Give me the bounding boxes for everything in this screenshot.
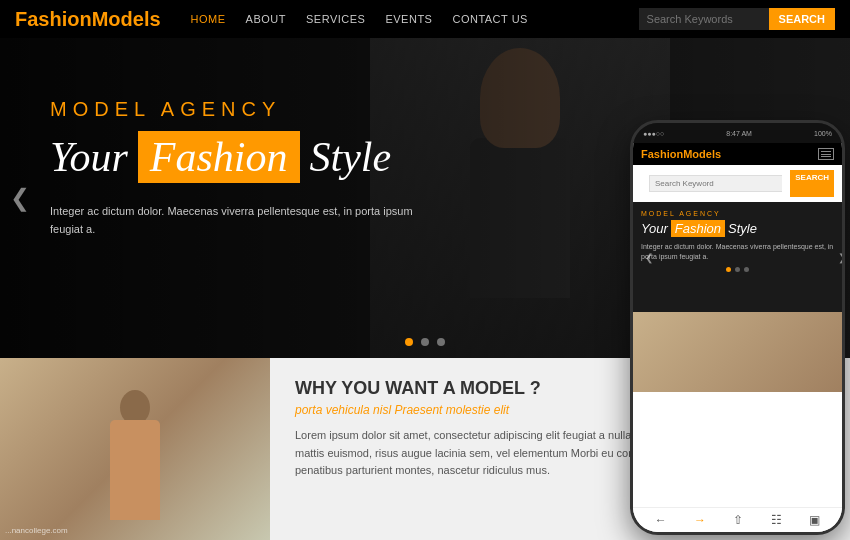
phone-dot-1[interactable]	[726, 267, 731, 272]
phone-logo: FashionModels	[641, 148, 721, 160]
phone-hero-title: Your Fashion Style	[641, 220, 834, 237]
phone-next-arrow[interactable]: ❯	[838, 252, 842, 263]
hero-dot-2[interactable]	[421, 338, 429, 346]
nav-home[interactable]: HOME	[191, 13, 226, 25]
nav-contact[interactable]: CONTACT US	[452, 13, 528, 25]
phone-menu-icon[interactable]	[818, 148, 834, 160]
site-header: FashionModels HOME ABOUT SERVICES EVENTS…	[0, 0, 850, 38]
nav-events[interactable]: EVENTS	[385, 13, 432, 25]
phone-hero-highlight: Fashion	[671, 220, 725, 237]
main-nav: HOME ABOUT SERVICES EVENTS CONTACT US	[191, 13, 639, 25]
hero-dot-1[interactable]	[405, 338, 413, 346]
phone-bottom-bar: ← → ⇧ ☷ ▣	[633, 507, 842, 532]
phone-logo-white: Fashion	[641, 148, 683, 160]
logo-orange: Models	[92, 8, 161, 30]
hero-dot-3[interactable]	[437, 338, 445, 346]
hero-title-highlight: Fashion	[138, 131, 300, 183]
phone-search-bar: SEARCH	[641, 170, 834, 197]
logo-white: Fashion	[15, 8, 92, 30]
phone-search-input[interactable]	[649, 175, 782, 192]
phone-search-button[interactable]: SEARCH	[790, 170, 834, 197]
nav-about[interactable]: ABOUT	[246, 13, 286, 25]
menu-line-2	[821, 154, 831, 155]
phone-hero-subtitle: MODEL AGENCY	[641, 210, 834, 217]
hero-content: MODEL AGENCY Your Fashion Style Integer …	[50, 98, 430, 238]
phone-bottom-image	[633, 312, 842, 392]
phone-hero-t2: Style	[728, 221, 757, 236]
menu-line-3	[821, 156, 831, 157]
phone-signal: ●●●○○	[643, 130, 664, 137]
phone-back-icon[interactable]: ←	[655, 513, 667, 527]
phone-dot-3[interactable]	[744, 267, 749, 272]
phone-hero-nav: ❮ ❯	[641, 252, 842, 263]
phone-logo-orange: Models	[683, 148, 721, 160]
phone-battery: 100%	[814, 130, 832, 137]
bottom-person-silhouette	[95, 390, 175, 540]
phone-header: FashionModels	[633, 143, 842, 165]
hero-title: Your Fashion Style	[50, 131, 430, 183]
phone-prev-arrow[interactable]: ❮	[645, 252, 653, 263]
hero-title-part1: Your	[50, 133, 128, 181]
phone-dots	[641, 267, 834, 272]
phone-time: 8:47 AM	[726, 130, 752, 137]
hero-dots	[405, 338, 445, 346]
search-input[interactable]	[639, 8, 769, 30]
menu-line-1	[821, 151, 831, 152]
phone-hero: MODEL AGENCY Your Fashion Style Integer …	[633, 202, 842, 312]
hero-subtitle: MODEL AGENCY	[50, 98, 430, 121]
phone-forward-icon[interactable]: →	[694, 513, 706, 527]
bottom-model-image: ...nancollege.com	[0, 358, 270, 540]
nav-services[interactable]: SERVICES	[306, 13, 365, 25]
image-watermark: ...nancollege.com	[5, 526, 68, 535]
phone-hero-t1: Your	[641, 221, 668, 236]
hero-title-part2: Style	[310, 133, 392, 181]
phone-tabs-icon[interactable]: ▣	[809, 513, 820, 527]
phone-mockup: ●●●○○ 8:47 AM 100% FashionModels SEARCH …	[630, 120, 845, 535]
phone-screen: FashionModels SEARCH MODEL AGENCY Your F…	[633, 143, 842, 532]
phone-status-bar: ●●●○○ 8:47 AM 100%	[633, 123, 842, 143]
hero-description: Integer ac dictum dolor. Maecenas viverr…	[50, 203, 430, 238]
phone-bookmarks-icon[interactable]: ☷	[771, 513, 782, 527]
header-search: SEARCH	[639, 8, 835, 30]
search-button[interactable]: SEARCH	[769, 8, 835, 30]
phone-dot-2[interactable]	[735, 267, 740, 272]
hero-prev-arrow[interactable]: ❮	[10, 184, 30, 212]
site-logo: FashionModels	[15, 8, 161, 31]
phone-share-icon[interactable]: ⇧	[733, 513, 743, 527]
